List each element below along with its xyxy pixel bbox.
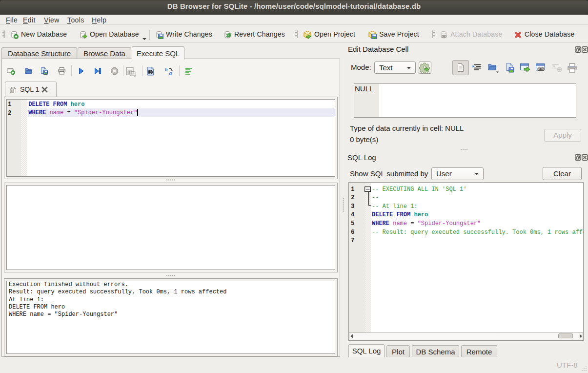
svg-text:b: b [165,67,168,72]
